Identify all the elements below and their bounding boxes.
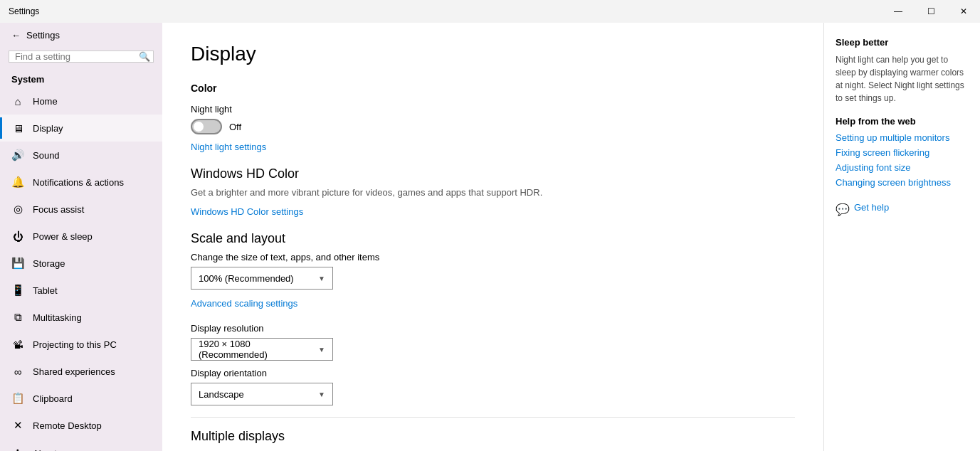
clipboard-icon: 📋 [11, 392, 24, 405]
sidebar-item-tablet[interactable]: 📱 Tablet [0, 277, 162, 304]
resolution-label: Display resolution [191, 323, 795, 334]
help-link-monitors[interactable]: Setting up multiple monitors [836, 132, 969, 143]
projecting-icon: 📽 [11, 338, 24, 351]
sidebar-item-remote[interactable]: ✕ Remote Desktop [0, 412, 162, 439]
sidebar-item-label-display: Display [33, 123, 63, 134]
sidebar-item-label-clipboard: Clipboard [33, 393, 73, 404]
sidebar-item-multitasking[interactable]: ⧉ Multitasking [0, 304, 162, 331]
scale-dropdown-value: 100% (Recommended) [199, 273, 294, 284]
get-help-link[interactable]: Get help [854, 202, 889, 213]
search-box[interactable]: 🔍 [9, 51, 154, 63]
scale-dropdown[interactable]: 100% (Recommended) ▼ [191, 267, 333, 290]
hd-color-desc: Get a brighter and more vibrant picture … [191, 187, 795, 198]
help-link-brightness[interactable]: Changing screen brightness [836, 177, 969, 188]
sleep-title: Sleep better [836, 37, 969, 48]
about-icon: ℹ [11, 447, 24, 452]
multiple-displays-title: Multiple displays [191, 429, 795, 444]
back-icon: ← [11, 30, 21, 41]
night-light-toggle-label: Off [229, 122, 241, 132]
get-help-icon: 💬 [836, 203, 850, 216]
help-link-flicker[interactable]: Fixing screen flickering [836, 147, 969, 158]
sidebar-item-label-power: Power & sleep [33, 231, 93, 242]
night-light-settings-link[interactable]: Night light settings [191, 142, 266, 152]
right-panel: Sleep better Night light can help you ge… [823, 23, 980, 451]
close-button[interactable]: ✕ [947, 0, 980, 23]
sidebar-item-clipboard[interactable]: 📋 Clipboard [0, 385, 162, 412]
search-input[interactable] [15, 51, 135, 62]
back-label: Settings [26, 30, 60, 41]
display-icon: 🖥 [11, 122, 24, 134]
hd-color-link[interactable]: Windows HD Color settings [191, 206, 303, 217]
sidebar-item-label-focus: Focus assist [33, 204, 84, 215]
about-arrow-icon: ← [68, 446, 81, 451]
main-content: Display Color Night light Off Night ligh… [162, 23, 823, 451]
sidebar: ← Settings 🔍 System ⌂ Home 🖥 Display 🔊 S… [0, 23, 162, 451]
sidebar-item-display[interactable]: 🖥 Display [0, 115, 162, 142]
sidebar-item-about[interactable]: ℹ About ← [0, 439, 162, 451]
titlebar: Settings — ☐ ✕ [0, 0, 980, 23]
sidebar-item-label-multitasking: Multitasking [33, 312, 82, 323]
storage-icon: 💾 [11, 257, 24, 270]
focus-icon: ◎ [11, 203, 24, 216]
scale-desc: Change the size of text, apps, and other… [191, 252, 795, 262]
sidebar-item-sound[interactable]: 🔊 Sound [0, 142, 162, 169]
sidebar-item-home[interactable]: ⌂ Home [0, 87, 162, 115]
resolution-dropdown-arrow-icon: ▼ [318, 346, 325, 354]
orientation-label: Display orientation [191, 368, 795, 378]
notifications-icon: 🔔 [11, 176, 24, 189]
sidebar-item-label-sound: Sound [33, 150, 60, 161]
resolution-dropdown[interactable]: 1920 × 1080 (Recommended) ▼ [191, 338, 333, 361]
titlebar-controls: — ☐ ✕ [882, 0, 980, 23]
scale-section-title: Scale and layout [191, 231, 795, 246]
sidebar-item-storage[interactable]: 💾 Storage [0, 250, 162, 277]
sidebar-item-label-projecting: Projecting to this PC [33, 339, 117, 350]
titlebar-title: Settings [9, 6, 39, 16]
remote-icon: ✕ [11, 419, 24, 432]
sidebar-item-label-notifications: Notifications & actions [33, 177, 124, 188]
sidebar-item-label-storage: Storage [33, 258, 65, 269]
night-light-toggle[interactable] [191, 119, 222, 134]
home-icon: ⌂ [11, 95, 24, 107]
maximize-button[interactable]: ☐ [915, 0, 947, 23]
sidebar-item-projecting[interactable]: 📽 Projecting to this PC [0, 331, 162, 358]
shared-icon: ∞ [11, 365, 24, 378]
color-section-title: Color [191, 83, 795, 94]
sidebar-item-notifications[interactable]: 🔔 Notifications & actions [0, 169, 162, 196]
resolution-dropdown-value: 1920 × 1080 (Recommended) [199, 339, 318, 360]
sleep-desc: Night light can help you get to sleep by… [836, 53, 969, 105]
search-icon: 🔍 [139, 51, 150, 62]
orientation-dropdown-arrow-icon: ▼ [318, 391, 325, 398]
sidebar-item-label-home: Home [33, 96, 58, 107]
sidebar-item-label-about: About [33, 448, 57, 451]
divider-1 [191, 417, 795, 418]
orientation-dropdown-value: Landscape [199, 389, 244, 400]
sound-icon: 🔊 [11, 149, 24, 161]
night-light-toggle-row: Off [191, 119, 795, 134]
sidebar-item-focus[interactable]: ◎ Focus assist [0, 196, 162, 223]
system-label: System [0, 68, 162, 87]
night-light-label: Night light [191, 104, 795, 115]
help-link-font[interactable]: Adjusting font size [836, 162, 969, 173]
hd-color-section-title: Windows HD Color [191, 166, 795, 181]
help-links: Setting up multiple monitors Fixing scre… [836, 132, 969, 188]
sidebar-item-label-tablet: Tablet [33, 285, 58, 296]
multitasking-icon: ⧉ [11, 311, 24, 324]
advanced-scaling-link[interactable]: Advanced scaling settings [191, 298, 297, 309]
back-button[interactable]: ← Settings [0, 23, 162, 48]
power-icon: ⏻ [11, 230, 24, 243]
get-help-row[interactable]: 💬 Get help [836, 202, 969, 217]
minimize-button[interactable]: — [882, 0, 915, 23]
app-container: ← Settings 🔍 System ⌂ Home 🖥 Display 🔊 S… [0, 23, 980, 451]
page-title: Display [191, 43, 795, 65]
tablet-icon: 📱 [11, 284, 24, 297]
sidebar-item-shared[interactable]: ∞ Shared experiences [0, 358, 162, 385]
sidebar-item-power[interactable]: ⏻ Power & sleep [0, 223, 162, 250]
sidebar-item-label-remote: Remote Desktop [33, 420, 102, 431]
help-title: Help from the web [836, 116, 969, 127]
orientation-dropdown[interactable]: Landscape ▼ [191, 383, 333, 405]
scale-dropdown-arrow-icon: ▼ [318, 275, 325, 282]
sidebar-item-label-shared: Shared experiences [33, 366, 115, 377]
toggle-thumb [194, 122, 204, 132]
